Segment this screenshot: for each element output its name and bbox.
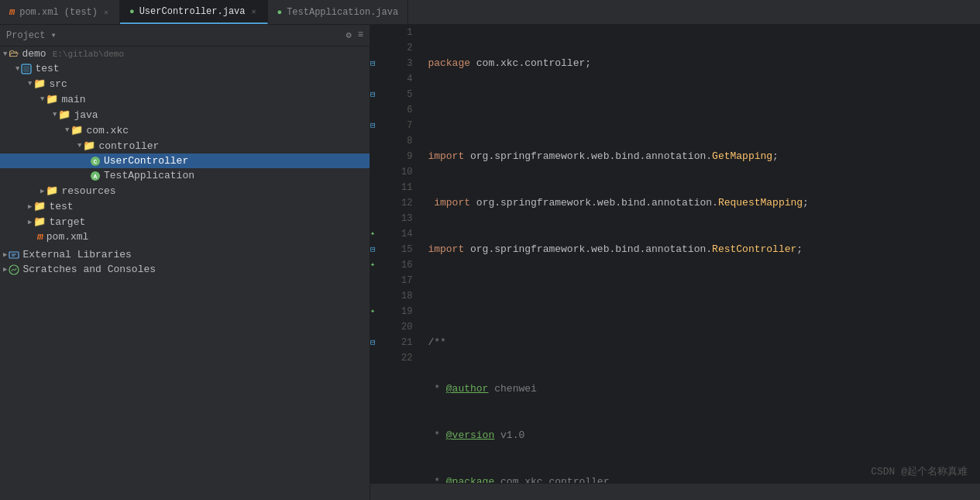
gutter-18: [370, 288, 395, 304]
linenum-22: 22: [401, 350, 412, 366]
tree-label-src: src: [49, 78, 67, 90]
code-line-6: [428, 288, 974, 304]
arrow-test2: ▶: [28, 202, 32, 211]
gutter-7: ⊟: [370, 118, 395, 133]
folder-test2-icon: 📁: [33, 200, 46, 212]
sidebar-header: Project ▾ ⚙ ≡: [0, 25, 370, 47]
linenum-5: 5: [401, 87, 412, 102]
package-comxkc-icon: 📁: [70, 124, 83, 136]
arrow-demo: ▼: [3, 50, 7, 58]
gutter-5: ⊟: [370, 87, 395, 102]
code-line-2: [428, 102, 974, 118]
gutter-area: ⊟ ⊟ ⊟ ✦ ⊟ ✦ ✦ ⊟: [370, 25, 395, 483]
tree-label-testapplication: TestApplication: [104, 170, 194, 181]
tab-testapplication[interactable]: ● TestApplication.java: [268, 0, 409, 24]
usercontroller-file-icon: ●: [129, 7, 135, 16]
linenum-12: 12: [401, 195, 412, 211]
linenum-3: 3: [401, 56, 412, 71]
linenum-11: 11: [401, 180, 412, 195]
folder-src-icon: 📁: [33, 78, 46, 90]
tab-pom[interactable]: m pom.xml (test) ✕: [0, 0, 120, 24]
code-line-8: * @author chenwei: [428, 381, 974, 397]
tab-testapplication-label: TestApplication.java: [287, 7, 398, 18]
linenum-21: 21: [401, 335, 412, 350]
arrow-controller: ▼: [77, 142, 81, 150]
tree-item-test[interactable]: ▼ test: [0, 61, 370, 76]
tree-item-target[interactable]: ▶ 📁 target: [0, 214, 370, 229]
arrow-src: ▼: [28, 80, 32, 88]
tree-label-comxkc: com.xkc: [86, 125, 129, 136]
sidebar-title: Project ▾: [6, 29, 57, 41]
tree-item-pomxml[interactable]: m pom.xml: [0, 229, 370, 244]
gutter-14: ✦: [370, 226, 395, 242]
tree-label-demo: demo: [22, 48, 46, 60]
tab-usercontroller[interactable]: ● UserController.java ✕: [120, 0, 267, 24]
tab-pom-label: pom.xml (test): [19, 7, 98, 18]
line-numbers: 1 2 3 4 5 6 7 8 9 10 11 12 13 14 15 16 1…: [395, 25, 421, 483]
gutter-8: [370, 133, 395, 149]
gutter-9: [370, 149, 395, 164]
tree-item-src[interactable]: ▼ 📁 src: [0, 76, 370, 91]
tree-item-test2[interactable]: ▶ 📁 test: [0, 198, 370, 214]
gutter-4: [370, 71, 395, 87]
svg-text:A: A: [94, 173, 98, 180]
tree-item-main[interactable]: ▼ 📁 main: [0, 91, 370, 107]
tree-item-controller[interactable]: ▼ 📁 controller: [0, 138, 370, 153]
tree-item-demo[interactable]: ▼ 🗁 demo E:\gitlab\demo: [0, 47, 370, 61]
tree-label-target: target: [49, 216, 85, 228]
gutter-11: [370, 180, 395, 195]
svg-text:C: C: [94, 158, 98, 165]
tab-usercontroller-close[interactable]: ✕: [250, 6, 258, 17]
arrow-main: ▼: [40, 95, 44, 103]
linenum-17: 17: [401, 273, 412, 288]
tree-item-resources[interactable]: ▶ 📁 resources: [0, 183, 370, 198]
gutter-3: ⊟: [370, 56, 395, 71]
linenum-6: 6: [401, 102, 412, 118]
code-editor[interactable]: package com.xkc.controller; import org.s…: [421, 25, 980, 483]
linenum-19: 19: [401, 304, 412, 319]
tree-label-main: main: [61, 94, 85, 105]
main-layout: Project ▾ ⚙ ≡ ▼ 🗁 demo E:\gitlab\demo ▼: [0, 25, 980, 500]
extlibs-icon: [9, 249, 19, 260]
folder-resources-icon: 📁: [46, 184, 58, 197]
tab-pom-close[interactable]: ✕: [102, 7, 110, 18]
gutter-2: [370, 40, 395, 56]
linenum-2: 2: [401, 40, 412, 56]
linenum-4: 4: [401, 71, 412, 87]
tree-item-comxkc[interactable]: ▼ 📁 com.xkc: [0, 122, 370, 138]
folder-demo-icon: 🗁: [9, 48, 19, 60]
sidebar: Project ▾ ⚙ ≡ ▼ 🗁 demo E:\gitlab\demo ▼: [0, 25, 370, 500]
editor-area: ⊟ ⊟ ⊟ ✦ ⊟ ✦ ✦ ⊟: [370, 25, 980, 500]
pom-file-icon: m: [9, 7, 15, 18]
linenum-18: 18: [401, 288, 412, 304]
linenum-13: 13: [401, 211, 412, 226]
tree-item-scratches[interactable]: ▶ Scratches and Consoles: [0, 262, 370, 277]
spring-testapp-icon: A: [90, 170, 101, 181]
tree-path-demo: E:\gitlab\demo: [53, 50, 124, 59]
gutter-15: ⊟: [370, 242, 395, 257]
tree-item-usercontroller[interactable]: C UserController: [0, 153, 370, 168]
tree-label-pomxml: pom.xml: [46, 231, 89, 243]
gutter-21: ⊟: [370, 335, 395, 350]
settings-icon[interactable]: ≡: [358, 29, 363, 41]
tree-item-extlibs[interactable]: ▶ External Libraries: [0, 247, 370, 262]
linenum-1: 1: [401, 25, 412, 40]
gutter-1: [370, 25, 395, 40]
code-line-9: * @version v1.0: [428, 428, 974, 443]
code-line-7: /**: [428, 335, 974, 350]
code-line-4: import org.springframework.web.bind.anno…: [428, 195, 974, 211]
code-line-5: import org.springframework.web.bind.anno…: [428, 242, 974, 257]
gear-icon[interactable]: ⚙: [346, 29, 352, 41]
arrow-target: ▶: [28, 218, 32, 226]
linenum-7: 7: [401, 118, 412, 133]
linenum-15: 15: [401, 242, 412, 257]
tree-label-usercontroller: UserController: [104, 155, 188, 167]
tree-item-java[interactable]: ▼ 📁 java: [0, 107, 370, 122]
tree-item-testapplication[interactable]: A TestApplication: [0, 168, 370, 183]
gutter-22: [370, 350, 395, 366]
linenum-9: 9: [401, 149, 412, 164]
linenum-10: 10: [401, 164, 412, 180]
svg-rect-1: [23, 66, 29, 72]
project-tree: ▼ 🗁 demo E:\gitlab\demo ▼ test ▼: [0, 47, 370, 277]
code-container[interactable]: ⊟ ⊟ ⊟ ✦ ⊟ ✦ ✦ ⊟: [370, 25, 980, 483]
